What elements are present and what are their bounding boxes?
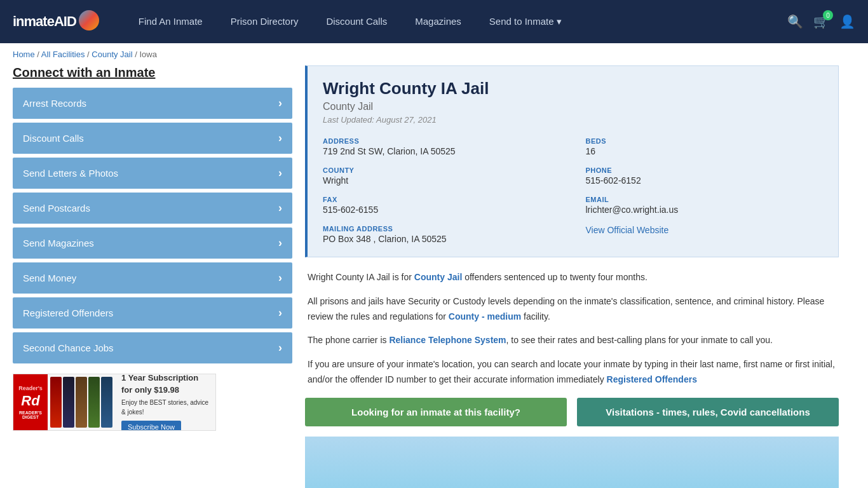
county-label: COUNTY: [323, 166, 560, 174]
breadcrumb-iowa: Iowa: [139, 50, 156, 59]
beds-label: BEDS: [586, 137, 824, 145]
sidebar-item-second-chance-jobs[interactable]: Second Chance Jobs ›: [13, 332, 292, 363]
chevron-right-icon: ›: [278, 97, 282, 110]
email-block: EMAIL lrichter@co.wright.ia.us: [586, 196, 824, 215]
ad-banner[interactable]: Reader's Rd READER'S DIGEST 1 Year Subsc…: [13, 374, 216, 431]
phone-value: 515-602-6152: [586, 175, 824, 186]
facility-card: Wright County IA Jail County Jail Last U…: [305, 65, 839, 257]
sidebar: Connect with an Inmate Arrest Records › …: [13, 65, 292, 488]
mailing-label: MAILING ADDRESS: [323, 225, 560, 233]
address-value: 719 2nd St SW, Clarion, IA 50525: [323, 146, 560, 156]
description: Wright County IA Jail is for County Jail…: [305, 270, 839, 388]
beds-block: BEDS 16: [586, 137, 824, 156]
ad-content: 1 Year Subscription for only $19.98 Enjo…: [115, 374, 215, 431]
fax-label: FAX: [323, 196, 560, 203]
email-label: EMAIL: [586, 196, 824, 203]
chevron-right-icon: ›: [278, 201, 282, 215]
search-icon[interactable]: 🔍: [787, 14, 803, 29]
county-jail-link[interactable]: County Jail: [414, 272, 462, 282]
sidebar-item-send-postcards[interactable]: Send Postcards ›: [13, 193, 292, 224]
website-block: View Official Website: [586, 225, 824, 244]
main-nav: inmateAID Find An Inmate Prison Director…: [0, 0, 868, 43]
action-buttons: Looking for an inmate at this facility? …: [305, 398, 839, 426]
sidebar-item-registered-offenders[interactable]: Registered Offenders ›: [13, 297, 292, 329]
nav-links: Find An Inmate Prison Directory Discount…: [125, 0, 787, 43]
chevron-right-icon: ›: [278, 166, 282, 180]
website-link[interactable]: View Official Website: [586, 225, 669, 235]
inmate-search-button[interactable]: Looking for an inmate at this facility?: [305, 398, 567, 426]
nav-find-inmate[interactable]: Find An Inmate: [125, 0, 217, 43]
breadcrumb-home[interactable]: Home: [13, 50, 35, 59]
cart-badge: 0: [823, 10, 833, 20]
mailing-block: MAILING ADDRESS PO Box 348 , Clarion, IA…: [323, 225, 560, 244]
sidebar-title: Connect with an Inmate: [13, 65, 292, 80]
desc-para4: If you are unsure of your inmate's locat…: [308, 357, 836, 388]
registered-offenders-link[interactable]: Registered Offenders: [607, 374, 697, 384]
chevron-right-icon: ›: [278, 271, 282, 285]
breadcrumb-county-jail[interactable]: County Jail: [92, 50, 132, 59]
address-block: ADDRESS 719 2nd St SW, Clarion, IA 50525: [323, 137, 560, 156]
nav-discount-calls[interactable]: Discount Calls: [312, 0, 401, 43]
logo-text: inmateAID: [13, 13, 76, 30]
chevron-right-icon: ›: [278, 306, 282, 320]
beds-value: 16: [586, 146, 824, 156]
user-icon[interactable]: 👤: [839, 14, 855, 29]
phone-block: PHONE 515-602-6152: [586, 166, 824, 186]
fax-block: FAX 515-602-6155: [323, 196, 560, 215]
sidebar-item-discount-calls[interactable]: Discount Calls ›: [13, 123, 292, 154]
phone-carrier-link[interactable]: Reliance Telephone System: [389, 335, 506, 345]
photo-sky: [305, 437, 839, 488]
facility-updated: Last Updated: August 27, 2021: [323, 115, 823, 125]
desc-para1: Wright County IA Jail is for County Jail…: [308, 270, 836, 285]
logo[interactable]: inmateAID: [13, 11, 99, 32]
main-content: Wright County IA Jail County Jail Last U…: [305, 65, 839, 488]
breadcrumb: Home / All Facilities / County Jail / Io…: [0, 43, 868, 65]
sidebar-item-send-money[interactable]: Send Money ›: [13, 262, 292, 294]
sidebar-item-arrest-records[interactable]: Arrest Records ›: [13, 88, 292, 119]
logo-icon: [79, 10, 99, 30]
county-value: Wright: [323, 175, 560, 186]
facility-info-grid: ADDRESS 719 2nd St SW, Clarion, IA 50525…: [323, 137, 823, 244]
ad-subscribe-button[interactable]: Subscribe Now: [121, 421, 181, 431]
facility-type: County Jail: [323, 101, 823, 112]
cart-icon[interactable]: 🛒 0: [813, 14, 829, 29]
address-label: ADDRESS: [323, 137, 560, 145]
email-value: lrichter@co.wright.ia.us: [586, 205, 824, 215]
ad-brand: Reader's Rd READER'S DIGEST: [13, 374, 48, 430]
county-medium-link[interactable]: County - medium: [449, 311, 521, 322]
nav-actions: 🔍 🛒 0 👤: [787, 14, 855, 29]
nav-send-to-inmate[interactable]: Send to Inmate ▾: [475, 0, 576, 43]
facility-photo: [305, 437, 839, 488]
chevron-right-icon: ›: [278, 341, 282, 355]
mailing-value: PO Box 348 , Clarion, IA 50525: [323, 234, 560, 244]
breadcrumb-all-facilities[interactable]: All Facilities: [41, 50, 85, 59]
phone-label: PHONE: [586, 166, 824, 174]
sidebar-item-send-letters[interactable]: Send Letters & Photos ›: [13, 158, 292, 189]
county-block: COUNTY Wright: [323, 166, 560, 186]
fax-value: 515-602-6155: [323, 205, 560, 215]
chevron-right-icon: ›: [278, 236, 282, 250]
sidebar-item-send-magazines[interactable]: Send Magazines ›: [13, 227, 292, 259]
nav-prison-directory[interactable]: Prison Directory: [217, 0, 313, 43]
main-layout: Connect with an Inmate Arrest Records › …: [0, 65, 851, 488]
nav-magazines[interactable]: Magazines: [401, 0, 475, 43]
visitations-button[interactable]: Visitations - times, rules, Covid cancel…: [577, 398, 839, 426]
chevron-right-icon: ›: [278, 132, 282, 145]
desc-para3: The phone carrier is Reliance Telephone …: [308, 333, 836, 348]
desc-para2: All prisons and jails have Security or C…: [308, 294, 836, 325]
facility-name: Wright County IA Jail: [323, 79, 823, 98]
